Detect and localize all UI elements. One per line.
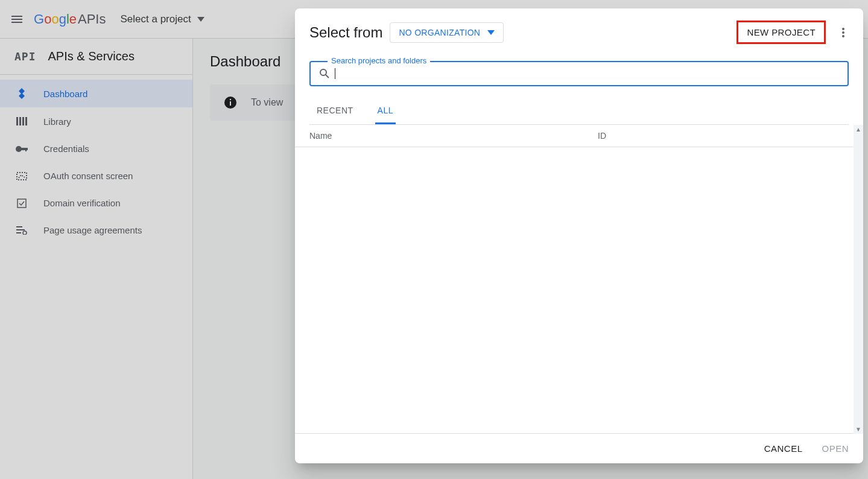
search-icon [319,68,330,79]
tab-label: RECENT [317,106,353,115]
scroll-down-icon[interactable]: ▼ [855,426,861,433]
svg-point-16 [842,28,844,30]
select-from-label: Select from [309,24,382,41]
more-options-icon[interactable] [838,27,849,38]
svg-point-17 [842,31,844,34]
new-project-label: NEW PROJECT [747,27,816,37]
scroll-up-icon[interactable]: ▲ [855,126,861,133]
organization-dropdown[interactable]: NO ORGANIZATION [390,22,504,43]
dropdown-icon [487,30,495,35]
project-selector-modal: Select from NO ORGANIZATION NEW PROJECT … [295,8,863,463]
scrollbar[interactable]: ▲ ▼ [854,125,863,434]
tab-all[interactable]: ALL [375,98,396,124]
tab-label: ALL [378,106,393,115]
modal-footer: CANCEL OPEN [295,434,863,463]
cancel-button[interactable]: CANCEL [764,443,803,454]
org-dropdown-label: NO ORGANIZATION [399,28,480,37]
open-button[interactable]: OPEN [822,443,849,454]
table-header: Name ID [295,125,854,147]
column-name[interactable]: Name [309,131,598,141]
svg-line-20 [326,75,329,78]
tab-recent[interactable]: RECENT [314,98,356,124]
column-id[interactable]: ID [598,131,839,141]
search-input[interactable] [335,69,839,79]
svg-point-18 [842,35,844,37]
tabs: RECENT ALL [309,98,849,125]
project-table: Name ID ▲ ▼ [295,125,863,434]
new-project-button[interactable]: NEW PROJECT [737,21,826,44]
search-label: Search projects and folders [328,56,430,65]
svg-point-19 [320,69,326,75]
